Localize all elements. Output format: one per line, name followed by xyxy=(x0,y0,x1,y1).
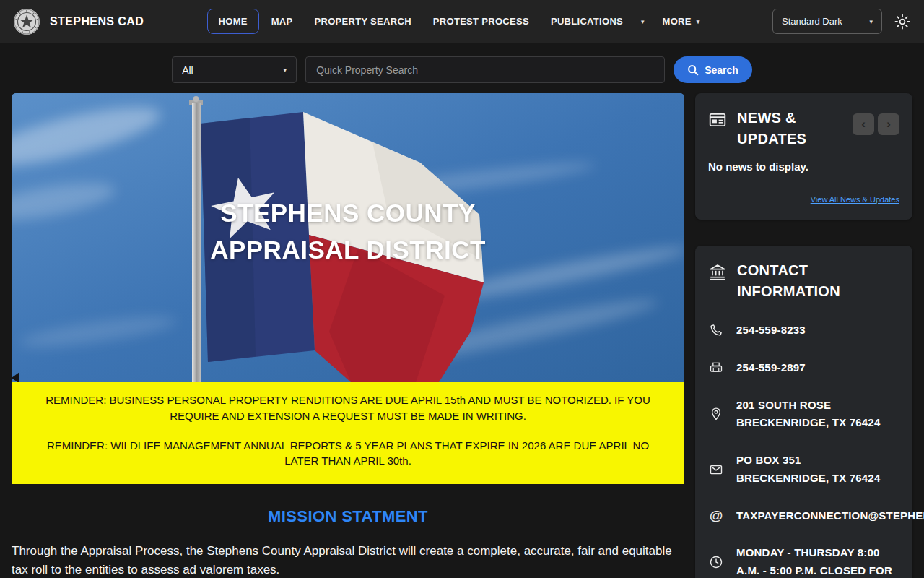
at-sign-icon: @ xyxy=(710,508,723,524)
nav-publications[interactable]: PUBLICATIONS xyxy=(541,9,632,33)
news-empty-message: No news to display. xyxy=(708,160,899,173)
newspaper-icon xyxy=(708,111,727,129)
contact-email-row[interactable]: @ TAXPAYERCONNECTION@STEPHENSCAD.COM xyxy=(708,507,899,525)
news-carousel-controls: ‹ › xyxy=(853,113,899,150)
hero-title-line2: APPRAISAL DISTRICT xyxy=(12,231,684,268)
search-button[interactable]: Search xyxy=(674,56,752,83)
publications-dropdown-caret-icon[interactable]: ▾ xyxy=(635,12,650,32)
view-all-news-link[interactable]: View All News & Updates xyxy=(811,195,899,204)
news-next-button[interactable]: › xyxy=(878,113,899,135)
quick-search-bar: All ▾ Search xyxy=(0,43,924,93)
brand-title: STEPHENS CAD xyxy=(50,15,144,28)
contact-phone-row[interactable]: 254-559-8233 xyxy=(708,322,899,340)
contact-email: TAXPAYERCONNECTION@STEPHENSCAD.COM xyxy=(736,507,924,525)
main-nav: HOME MAP PROPERTY SEARCH PROTEST PROCESS… xyxy=(207,9,710,34)
contact-address-row[interactable]: 201 SOUTH ROSE BRECKENRIDGE, TX 76424 xyxy=(708,397,899,433)
contact-information-title: CONTACT INFORMATION xyxy=(737,260,899,302)
hero-title: STEPHENS COUNTY APPRAISAL DISTRICT xyxy=(12,194,684,268)
location-pin-icon xyxy=(709,407,723,421)
chevron-right-icon: › xyxy=(886,117,891,131)
header: STEPHENS CAD HOME MAP PROPERTY SEARCH PR… xyxy=(0,0,924,43)
contact-phone: 254-559-8233 xyxy=(736,322,806,340)
hero-title-line1: STEPHENS COUNTY xyxy=(12,194,684,231)
brand[interactable]: STEPHENS CAD xyxy=(13,8,144,35)
contact-hours: MONDAY - THURSDAY 8:00 A.M. - 5:00 P.M. … xyxy=(736,544,899,578)
envelope-icon xyxy=(709,462,723,477)
clock-icon xyxy=(709,555,723,569)
contact-address: 201 SOUTH ROSE BRECKENRIDGE, TX 76424 xyxy=(736,397,880,433)
nav-map[interactable]: MAP xyxy=(262,9,302,33)
chevron-left-icon: ‹ xyxy=(861,117,866,131)
news-updates-title: NEWS & UPDATES xyxy=(737,108,842,150)
sidebar: NEWS & UPDATES ‹ › No news to display. V… xyxy=(695,93,912,578)
reminder-line-1: REMINDER: BUSINESS PERSONAL PROPERTY REN… xyxy=(30,392,666,424)
institution-bank-icon xyxy=(708,263,727,282)
more-caret-icon: ▾ xyxy=(697,18,700,25)
theme-select[interactable]: Standard Dark ▾ xyxy=(772,9,882,34)
nav-property-search[interactable]: PROPERTY SEARCH xyxy=(305,9,421,33)
main-content: STEPHENS COUNTY APPRAISAL DISTRICT REMIN… xyxy=(0,93,924,578)
reminder-banner: REMINDER: BUSINESS PERSONAL PROPERTY REN… xyxy=(12,382,684,484)
contact-po-box: PO BOX 351 BRECKENRIDGE, TX 76424 xyxy=(736,452,880,488)
search-category-select[interactable]: All ▾ xyxy=(172,56,297,83)
search-category-caret-icon: ▾ xyxy=(284,66,287,74)
search-category-value: All xyxy=(182,64,193,76)
contact-information-card: CONTACT INFORMATION 254-559-8233 xyxy=(695,246,912,578)
fax-icon xyxy=(709,361,723,375)
reminder-line-2: REMINDER: WILDLIFE MANAGEMENT ANNUAL REP… xyxy=(30,438,666,470)
theme-select-caret-icon: ▾ xyxy=(869,18,873,25)
contact-po-box-row: PO BOX 351 BRECKENRIDGE, TX 76424 xyxy=(708,452,899,488)
hero-carousel-prev-icon[interactable] xyxy=(12,372,19,382)
search-input[interactable] xyxy=(305,56,665,83)
nav-protest-process[interactable]: PROTEST PROCESS xyxy=(424,9,539,33)
news-prev-button[interactable]: ‹ xyxy=(853,113,874,135)
phone-icon xyxy=(709,323,723,337)
mission-heading: MISSION STATMENT xyxy=(12,507,684,526)
primary-column: STEPHENS COUNTY APPRAISAL DISTRICT REMIN… xyxy=(12,93,684,578)
hero-banner: STEPHENS COUNTY APPRAISAL DISTRICT xyxy=(12,93,684,382)
nav-home[interactable]: HOME xyxy=(207,9,259,34)
news-updates-card: NEWS & UPDATES ‹ › No news to display. V… xyxy=(695,93,912,220)
search-button-label: Search xyxy=(705,64,738,76)
brightness-sun-icon[interactable] xyxy=(894,13,911,30)
texas-seal-logo-icon xyxy=(13,8,40,35)
contact-hours-row: MONDAY - THURSDAY 8:00 A.M. - 5:00 P.M. … xyxy=(708,544,899,578)
contact-fax-row: 254-559-2897 xyxy=(708,359,899,377)
nav-more[interactable]: MORE ▾ xyxy=(653,9,710,33)
theme-select-value: Standard Dark xyxy=(782,16,842,27)
search-icon xyxy=(687,64,699,76)
mission-body: Through the Appraisal Process, the Steph… xyxy=(12,542,684,578)
header-right: Standard Dark ▾ xyxy=(772,9,911,34)
contact-fax: 254-559-2897 xyxy=(736,359,806,377)
